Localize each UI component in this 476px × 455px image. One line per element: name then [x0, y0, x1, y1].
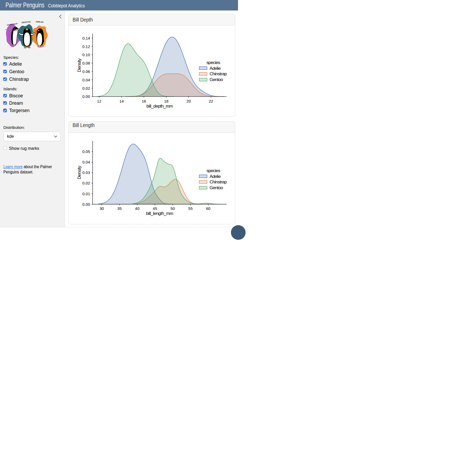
svg-text:35: 35	[117, 206, 122, 211]
svg-text:0.05: 0.05	[82, 149, 90, 154]
svg-text:0.01: 0.01	[82, 192, 90, 196]
svg-text:14: 14	[119, 99, 124, 103]
svg-text:20: 20	[186, 99, 191, 103]
svg-text:16: 16	[142, 99, 146, 103]
svg-text:0.08: 0.08	[82, 61, 90, 65]
svg-text:0.12: 0.12	[82, 44, 90, 49]
svg-text:40: 40	[135, 206, 139, 211]
svg-text:Chinstrap: Chinstrap	[209, 179, 227, 184]
svg-text:0.00: 0.00	[82, 202, 90, 207]
svg-text:Adelie: Adelie	[209, 174, 221, 179]
svg-text:species: species	[207, 168, 220, 173]
svg-text:30: 30	[100, 206, 104, 211]
svg-text:Density: Density	[77, 58, 82, 72]
svg-text:GENTOO!: GENTOO!	[21, 20, 31, 24]
svg-text:0.02: 0.02	[82, 86, 90, 91]
svg-text:Chinstrap: Chinstrap	[209, 71, 227, 76]
svg-text:0.14: 0.14	[82, 36, 90, 40]
svg-text:0.03: 0.03	[82, 170, 90, 175]
svg-text:Density: Density	[77, 166, 82, 179]
svg-text:ADÉLIE!: ADÉLIE!	[36, 20, 44, 23]
svg-text:0.06: 0.06	[82, 69, 90, 74]
svg-text:bill_length_mm: bill_length_mm	[146, 211, 173, 216]
svg-text:Gentoo: Gentoo	[209, 77, 223, 82]
svg-text:55: 55	[188, 206, 193, 211]
svg-text:0.04: 0.04	[82, 78, 90, 82]
svg-text:0.00: 0.00	[82, 94, 90, 99]
svg-text:0.04: 0.04	[82, 160, 90, 164]
svg-text:0.02: 0.02	[82, 181, 90, 185]
svg-text:Gentoo: Gentoo	[209, 185, 223, 190]
svg-text:Adelie: Adelie	[209, 66, 221, 71]
svg-text:species: species	[207, 60, 220, 65]
svg-text:bill_depth_mm: bill_depth_mm	[147, 104, 173, 109]
svg-text:12: 12	[97, 99, 101, 103]
svg-text:22: 22	[209, 99, 213, 103]
svg-text:45: 45	[153, 206, 157, 211]
svg-text:60: 60	[206, 206, 210, 211]
svg-text:@allison_horst: @allison_horst	[40, 46, 47, 47]
svg-text:18: 18	[164, 99, 169, 103]
svg-text:0.10: 0.10	[82, 52, 90, 57]
svg-text:50: 50	[171, 206, 175, 211]
